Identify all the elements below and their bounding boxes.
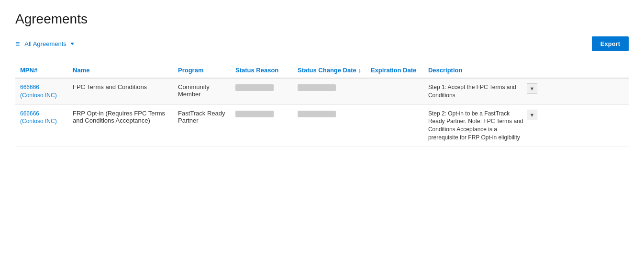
all-agreements-filter[interactable]: ≡ All Agreements (15, 38, 74, 50)
agreements-table: MPN# Name Program Status Reason Status C… (15, 63, 629, 147)
cell-status-change-date (293, 78, 366, 104)
col-header-description: Description (423, 63, 629, 78)
row-dropdown-button[interactable]: ▼ (527, 110, 537, 120)
table-row: 666666(Contoso INC)FRP Opt-in (Requires … (15, 104, 629, 147)
description-text: Step 1: Accept the FPC Terms and Conditi… (428, 83, 524, 100)
cell-name: FPC Terms and Conditions (68, 78, 173, 104)
mpn-link[interactable]: 666666(Contoso INC) (20, 83, 63, 100)
cell-description: Step 1: Accept the FPC Terms and Conditi… (423, 78, 629, 104)
description-text: Step 2: Opt-in to be a FastTrack Ready P… (428, 110, 524, 142)
cell-expiration-date (366, 78, 423, 104)
page-title: Agreements (15, 11, 629, 27)
col-header-status-change[interactable]: Status Change Date ↓ (293, 63, 366, 78)
col-header-name: Name (68, 63, 173, 78)
filter-label: All Agreements (24, 40, 66, 47)
table-header-row: MPN# Name Program Status Reason Status C… (15, 63, 629, 78)
redacted-status-change-date (298, 84, 336, 91)
list-icon: ≡ (15, 40, 20, 48)
cell-description: Step 2: Opt-in to be a FastTrack Ready P… (423, 104, 629, 147)
cell-mpn: 666666(Contoso INC) (15, 78, 68, 104)
redacted-status-reason (235, 111, 274, 117)
table-row: 666666(Contoso INC)FPC Terms and Conditi… (15, 78, 629, 104)
cell-status-reason (231, 104, 293, 147)
toolbar: ≡ All Agreements Export (15, 36, 629, 55)
cell-program: Community Member (173, 78, 231, 104)
redacted-status-change-date (298, 111, 336, 117)
chevron-down-icon (70, 43, 74, 45)
cell-mpn: 666666(Contoso INC) (15, 104, 68, 147)
redacted-status-reason (235, 84, 274, 91)
cell-expiration-date (366, 104, 423, 147)
cell-name: FRP Opt-in (Requires FPC Terms and Condi… (68, 104, 173, 147)
col-header-expiration-date: Expiration Date (366, 63, 423, 78)
cell-program: FastTrack Ready Partner (173, 104, 231, 147)
export-button[interactable]: Export (592, 36, 629, 51)
row-dropdown-button[interactable]: ▼ (527, 83, 537, 94)
col-header-mpn: MPN# (15, 63, 68, 78)
col-header-program: Program (173, 63, 231, 78)
cell-status-change-date (293, 104, 366, 147)
cell-status-reason (231, 78, 293, 104)
mpn-link[interactable]: 666666(Contoso INC) (20, 110, 63, 126)
col-header-status-reason: Status Reason (231, 63, 293, 78)
